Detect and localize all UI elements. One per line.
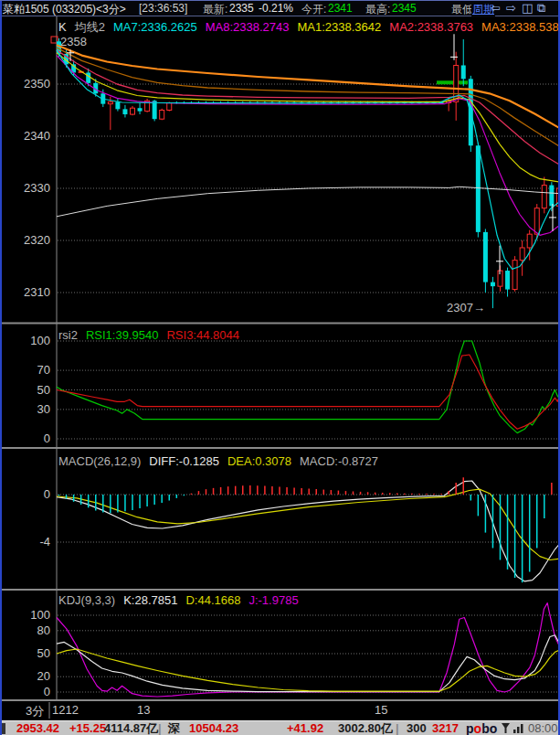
title-bar: 菜粕1505 (033205)<3分> [23:36:53] 最新: 2335 … (0, 0, 560, 16)
y-axis-tick-label: 2350 (0, 77, 50, 91)
kdj-indicator-name: KDJ(9,3,3) (58, 593, 115, 607)
rsi-values-entry: RSI1:39.9540 (86, 328, 159, 342)
cascade-window-icon[interactable]: ⧉ (537, 1, 545, 16)
status-bar-item: | (158, 721, 162, 735)
y-axis-tick-label: 2320 (0, 233, 50, 248)
last-price-label: 最新: (203, 2, 227, 17)
x-axis-tick-label: 1212 (52, 703, 79, 717)
session-high-mark: 2358 (60, 35, 87, 48)
macd-values-entry: DIFF:-0.1285 (149, 454, 219, 468)
y-axis-tick-label: 50 (0, 646, 50, 661)
avg-price-line (57, 186, 560, 217)
x-axis-tick-label: 15 (375, 703, 387, 717)
session-low-mark: 2307→ (447, 301, 485, 314)
status-bar-item: 4114.87亿 (104, 721, 158, 735)
ma-orange (57, 45, 560, 128)
ma-values-entry: MA8:2338.2743 (206, 20, 290, 34)
macd-values-entry: MACD:-0.8727 (300, 454, 378, 468)
rsi3-line (57, 355, 560, 429)
status-bar-item: 10504.23 (189, 721, 238, 735)
y-axis-tick-label: 100 (0, 334, 50, 348)
last-price-value: 2335 (229, 2, 254, 15)
status-bar-item: | (396, 721, 399, 735)
pobo-logo: pobo (466, 721, 497, 735)
j-line (57, 603, 560, 697)
open-value: 2341 (328, 2, 353, 15)
y-axis-tick-label: 80 (0, 623, 50, 638)
high-label: 最高: (365, 2, 390, 17)
instrument-title: 菜粕1505 (033205)<3分> (3, 2, 126, 17)
status-bar-item: +41.92 (287, 721, 323, 735)
rsi-panel (57, 341, 560, 439)
y-axis-tick-label: 2310 (0, 285, 50, 300)
forward-arrow-icon[interactable]: ⇨ (506, 1, 516, 15)
charts-canvas[interactable] (0, 0, 560, 735)
y-axis-tick-label: -4 (0, 535, 50, 549)
y-axis-tick-label: 30 (0, 402, 50, 417)
status-bar-item: +15.25 (69, 721, 106, 735)
signal-strength-icon (502, 723, 523, 734)
window-border-top (0, 0, 560, 1)
y-axis-tick-label: 2330 (0, 181, 50, 196)
kdj-header: KDJ(9,3,3)K:28.7851D:44.1668J:-1.9785 (58, 593, 560, 607)
white-cross-marks (67, 34, 556, 274)
status-bar-item: 300 (407, 721, 427, 735)
macd-indicator-name: MACD(26,12,9) (58, 454, 141, 468)
clock: [23:36:53] (139, 2, 187, 15)
main-chart-header: K均线2MA7:2336.2625MA8:2338.2743MA1:2338.3… (58, 19, 560, 36)
macd-header: MACD(26,12,9)DIFF:-0.1285DEA:0.3078MACD:… (58, 454, 560, 468)
ma-yellow (57, 53, 560, 182)
k-chart-label: K (58, 20, 67, 34)
change-percent: -0.21% (259, 2, 293, 15)
ma-magenta (57, 56, 560, 236)
rsi1-line (57, 341, 560, 433)
kdj-values-entry: J:-1.9785 (248, 593, 298, 607)
ma-values-entry: MA3:2338.5385 (481, 20, 560, 34)
kdj-values-entry: K:28.7851 (123, 593, 177, 607)
status-time: 08:00 (528, 721, 558, 735)
x-axis-tick-label: 13 (137, 703, 150, 717)
status-bar-item: 3002.80亿 (338, 721, 393, 735)
macd-values-entry: DEA:0.3078 (227, 454, 291, 468)
open-label: 今开: (301, 2, 326, 17)
y-axis-tick-label: 70 (0, 363, 50, 378)
ma-indicator-label: 均线2 (75, 20, 105, 34)
kdj-panel (57, 603, 560, 697)
status-bar: 2953.42+15.254114.87亿|深10504.23+41.92300… (0, 720, 560, 735)
trading-terminal-window: 菜粕1505 (033205)<3分> [23:36:53] 最新: 2335 … (0, 0, 560, 735)
y-axis-tick-label: 100 (0, 608, 50, 623)
y-axis-tick-label: 0 (0, 431, 50, 446)
back-arrow-icon[interactable]: ⇦ (491, 1, 501, 15)
period-axis-label: 3分 (26, 703, 44, 719)
low-label: 最低 (451, 2, 473, 17)
rsi-header: rsi2RSI1:39.9540RSI3:44.8044 (58, 328, 560, 342)
high-value: 2345 (392, 2, 417, 15)
kdj-values-entry: D:44.1668 (185, 593, 240, 607)
status-bar-item: 深 (168, 721, 180, 735)
y-axis-tick-label: 2340 (0, 129, 50, 144)
status-bar-item: 3217 (432, 721, 459, 735)
window-border-left (0, 0, 2, 735)
rsi-indicator-name: rsi2 (58, 328, 78, 342)
ma-values-entry: MA7:2336.2625 (113, 20, 197, 34)
y-axis-tick-label: 0 (0, 487, 50, 502)
y-axis-tick-label: 0 (0, 685, 50, 699)
macd-histogram (59, 470, 559, 583)
ma-values-entry: MA1:2338.3642 (298, 20, 382, 34)
rsi-values-entry: RSI3:44.8044 (166, 328, 239, 342)
status-bar-item: 2953.42 (16, 721, 59, 735)
y-axis-tick-label: 50 (0, 383, 50, 398)
ma-values-entry: MA2:2338.3763 (389, 20, 473, 34)
y-axis-tick-label: 20 (0, 669, 50, 684)
split-window-icon[interactable]: ◫ (522, 1, 533, 15)
k-line (57, 635, 560, 692)
